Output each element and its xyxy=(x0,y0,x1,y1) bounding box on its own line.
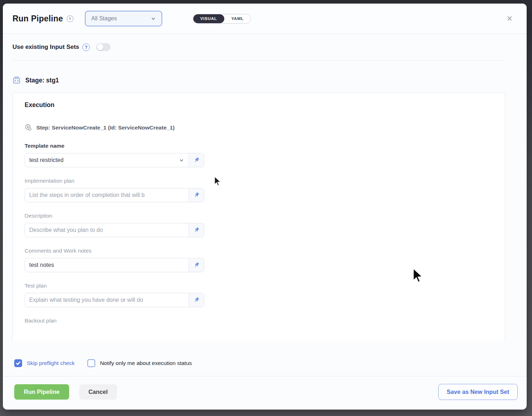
step-row: Step: ServiceNowCreate_1 (Id: ServiceNow… xyxy=(25,124,493,131)
description-field xyxy=(25,223,204,237)
input-sets-toggle[interactable] xyxy=(96,43,111,51)
page-title: Run Pipeline xyxy=(12,14,63,24)
stage-selector-value: All Stages xyxy=(91,15,151,22)
toggle-knob xyxy=(97,44,103,50)
skip-preflight-label: Skip preflight check xyxy=(27,360,75,366)
close-icon[interactable]: × xyxy=(505,12,514,25)
field-label-comments: Comments and Work notes xyxy=(25,248,493,254)
section-divider xyxy=(12,60,505,61)
implementation-plan-field xyxy=(25,188,204,202)
modal-body: Use existing Input Sets ? Stage: stg1 Ex… xyxy=(3,34,527,341)
field-label-template-name: Template name xyxy=(25,143,493,149)
skip-preflight-check[interactable]: Skip preflight check xyxy=(14,359,75,367)
execution-card: Execution Step: ServiceNowCreate_1 (Id: … xyxy=(12,92,505,341)
chevron-down-icon xyxy=(151,16,156,21)
step-icon xyxy=(25,124,32,131)
tab-yaml[interactable]: YAML xyxy=(224,14,251,23)
tab-visual[interactable]: VISUAL xyxy=(193,14,224,23)
template-name-select[interactable]: test restricted xyxy=(25,153,179,167)
checkbox-checked-icon[interactable] xyxy=(14,359,22,367)
field-label-backout-plan: Backout plan xyxy=(25,318,493,324)
save-as-new-input-set-button[interactable]: Save as New Input Set xyxy=(438,384,518,400)
field-label-test-plan: Test plan xyxy=(25,283,493,289)
pin-icon[interactable] xyxy=(188,188,204,202)
execution-title: Execution xyxy=(25,101,493,109)
preflight-row: Skip preflight check Notify only me abou… xyxy=(3,341,527,376)
info-icon[interactable]: i xyxy=(67,15,73,22)
pin-icon[interactable] xyxy=(188,258,204,272)
test-plan-input[interactable] xyxy=(25,293,188,307)
visual-yaml-toggle: VISUAL YAML xyxy=(193,14,251,24)
stage-icon xyxy=(12,76,21,85)
comments-field xyxy=(25,258,204,272)
use-existing-input-sets-label: Use existing Input Sets xyxy=(12,44,79,51)
pin-icon[interactable] xyxy=(188,293,204,307)
cancel-button[interactable]: Cancel xyxy=(79,384,117,400)
use-existing-input-sets-row: Use existing Input Sets ? xyxy=(12,43,505,51)
test-plan-field xyxy=(25,293,204,307)
notify-only-me-label: Notify only me about execution status xyxy=(100,360,192,366)
notify-only-me[interactable]: Notify only me about execution status xyxy=(87,359,192,367)
chevron-down-icon[interactable] xyxy=(179,158,184,163)
template-name-field: test restricted xyxy=(25,153,204,167)
step-title: Step: ServiceNowCreate_1 (Id: ServiceNow… xyxy=(36,125,175,131)
description-input[interactable] xyxy=(25,223,188,237)
pin-icon[interactable] xyxy=(188,223,204,237)
stage-title: Stage: stg1 xyxy=(25,77,59,84)
field-label-description: Description xyxy=(25,213,493,219)
actions-row: Run Pipeline Cancel Save as New Input Se… xyxy=(3,376,527,410)
modal-header: Run Pipeline i All Stages VISUAL YAML × xyxy=(3,4,527,34)
field-label-implementation-plan: Implementation plan xyxy=(25,178,493,184)
help-icon[interactable]: ? xyxy=(82,44,90,51)
comments-input[interactable] xyxy=(25,258,188,272)
run-pipeline-button[interactable]: Run Pipeline xyxy=(14,384,69,400)
implementation-plan-input[interactable] xyxy=(25,188,188,202)
checkbox-unchecked-icon[interactable] xyxy=(87,359,95,367)
stage-selector-dropdown[interactable]: All Stages xyxy=(85,11,162,26)
stage-row: Stage: stg1 xyxy=(12,76,505,85)
pin-icon[interactable] xyxy=(188,153,204,167)
run-pipeline-modal: Run Pipeline i All Stages VISUAL YAML × … xyxy=(3,4,527,410)
